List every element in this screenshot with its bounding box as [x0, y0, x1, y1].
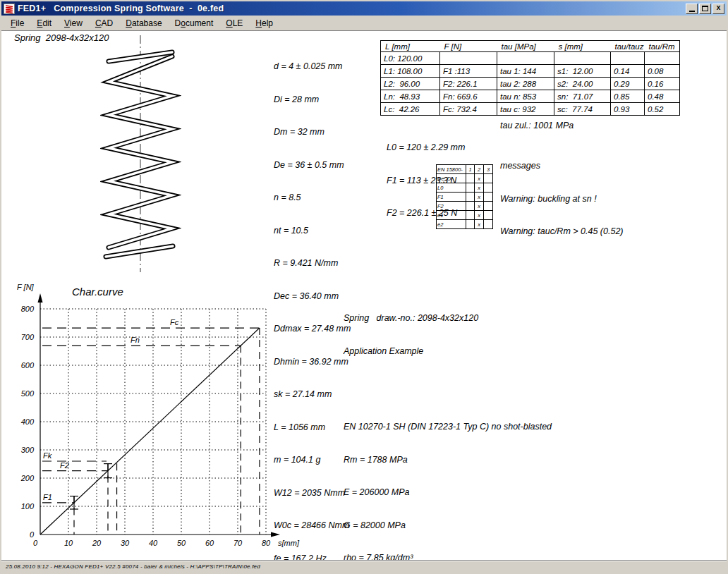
table-cell: Ln: 48.93 [381, 90, 440, 103]
table-cell: L2: 96.00 [381, 78, 440, 90]
check-col: 2 [475, 165, 484, 174]
check-row: De, Di x [437, 174, 493, 183]
param-line: R = 9.421 N/mm [274, 258, 417, 269]
table-cell: F2: 226.1 [440, 78, 497, 90]
table-cell: sn: 71.07 [554, 90, 611, 103]
menu-edit[interactable]: Edit [30, 16, 58, 30]
col-header: L [mm] [381, 41, 440, 52]
svg-text:10: 10 [64, 539, 73, 547]
svg-text:0: 0 [30, 530, 35, 539]
table-cell: Lc: 42.26 [381, 103, 440, 116]
menu-help[interactable]: Help [249, 16, 279, 30]
menubar: File Edit View CAD Database Document OLE… [1, 16, 727, 31]
titlebar[interactable]: FED1+ Compression Spring Software - 0e.f… [1, 1, 727, 16]
menu-ole[interactable]: OLE [219, 16, 249, 30]
table-cell: Fn: 669.6 [440, 90, 497, 103]
menu-cad[interactable]: CAD [89, 16, 119, 30]
table-cell [645, 52, 680, 65]
table-cell: 0.29 [611, 78, 645, 90]
table-cell: tau 2: 288 [497, 78, 554, 90]
table-cell [554, 52, 611, 65]
table-cell: L1: 108.00 [381, 65, 440, 78]
spring-drawing [100, 35, 181, 272]
svg-text:F2: F2 [60, 461, 69, 470]
info-line: Rm = 1788 MPa [344, 455, 552, 466]
char-curve-chart: 0102030405060708001002003004005006007008… [1, 279, 319, 560]
report-canvas: Spring 2098-4x32x120 d = 4 ± 0.025 mm Di… [1, 31, 727, 560]
maximize-button[interactable] [699, 4, 711, 14]
svg-text:700: 700 [21, 333, 35, 341]
warning-line: Warning: tauc/Rm > 0.45 (0.52) [500, 226, 624, 238]
minimize-button[interactable] [686, 4, 698, 14]
table-cell: s1: 12.00 [554, 65, 611, 78]
svg-text:20: 20 [92, 539, 102, 547]
svg-text:Fn: Fn [131, 336, 140, 344]
svg-text:F [N]: F [N] [17, 283, 35, 291]
drawing-info-block: Spring draw.-no.: 2098-4x32x120 Applicat… [344, 291, 552, 560]
info-line: Application Example [344, 346, 552, 358]
results-table: L [mm] F [N] tau [MPa] s [mm] tau/tauz t… [380, 40, 680, 116]
tau-zul-line: tau zul.: 1001 MPa [500, 121, 574, 132]
tolerance-line: L0 = 120 ± 2.29 mm [387, 142, 465, 154]
window-title: FED1+ Compression Spring Software - 0e.f… [18, 4, 683, 13]
table-cell: 0.16 [645, 78, 680, 90]
table-cell: 0.08 [645, 65, 680, 78]
svg-text:s[mm]: s[mm] [278, 539, 300, 547]
svg-text:50: 50 [177, 539, 186, 547]
menu-view[interactable]: View [58, 16, 89, 30]
check-row: L0 x [437, 183, 493, 193]
close-icon: x [716, 5, 720, 12]
svg-text:F1: F1 [43, 493, 52, 501]
table-cell: 0.52 [645, 103, 680, 116]
info-line: EN 10270-1 SH (DIN 17223-1 Typ C) no sho… [344, 422, 552, 433]
check-col: 3 [484, 165, 493, 174]
check-row: e2 x [437, 220, 493, 229]
menu-database[interactable]: Database [119, 16, 168, 30]
table-cell: Fc: 732.4 [440, 103, 497, 116]
close-button[interactable]: x [712, 4, 724, 14]
table-row: L1: 108.00 F1 :113 tau 1: 144 s1: 12.00 … [381, 65, 680, 78]
check-row: F2 x [437, 202, 493, 211]
info-line: rho = 7.85 kg/dm³ [344, 553, 552, 560]
col-header: tau/Rm [645, 41, 680, 52]
table-cell [497, 52, 554, 65]
svg-text:80: 80 [262, 539, 271, 547]
svg-text:0: 0 [33, 539, 38, 547]
en15800-check-table: EN 15800- 1 2 3 De, Di x L0 x F1 x [436, 164, 493, 229]
messages-title: messages [500, 161, 624, 172]
table-cell: F1 :113 [440, 65, 497, 78]
maximize-icon [702, 6, 708, 11]
table-cell: tau c: 932 [497, 103, 554, 116]
info-line: E = 206000 MPa [344, 487, 552, 499]
spring-drawing-title: Spring 2098-4x32x120 [14, 32, 109, 44]
table-header-row: L [mm] F [N] tau [MPa] s [mm] tau/tauz t… [381, 41, 680, 52]
svg-text:100: 100 [21, 502, 35, 511]
table-cell: sc: 77.74 [554, 103, 611, 116]
check-row: e1 x [437, 211, 493, 220]
info-line: G = 82000 MPa [344, 520, 552, 532]
check-row: F1 x [437, 193, 493, 202]
table-cell: tau 1: 144 [497, 65, 554, 78]
app-icon [4, 4, 15, 14]
table-row: Ln: 48.93 Fn: 669.6 tau n: 853 sn: 71.07… [381, 90, 680, 103]
table-cell [611, 52, 645, 65]
app-window: FED1+ Compression Spring Software - 0e.f… [0, 0, 728, 574]
check-col: 1 [466, 165, 475, 174]
svg-text:500: 500 [21, 389, 35, 398]
col-header: tau [MPa] [497, 41, 554, 52]
svg-text:300: 300 [21, 446, 35, 454]
table-cell [440, 52, 497, 65]
svg-text:60: 60 [205, 539, 214, 547]
svg-text:Fk: Fk [43, 451, 52, 460]
menu-file[interactable]: File [4, 16, 30, 30]
statusbar: 25.08.2010 9:12 - HEXAGON FED1+ V22.5 #0… [1, 560, 727, 573]
svg-text:Char.curve: Char.curve [72, 286, 123, 298]
table-cell: 0.48 [645, 90, 680, 103]
minimize-icon [689, 11, 695, 12]
table-cell: L0: 120.00 [381, 52, 440, 65]
menu-document[interactable]: Document [169, 16, 220, 30]
col-header: tau/tauz [611, 41, 645, 52]
table-row: Lc: 42.26 Fc: 732.4 tau c: 932 sc: 77.74… [381, 103, 680, 116]
table-cell: s2: 24.00 [554, 78, 611, 90]
svg-text:30: 30 [121, 539, 130, 547]
